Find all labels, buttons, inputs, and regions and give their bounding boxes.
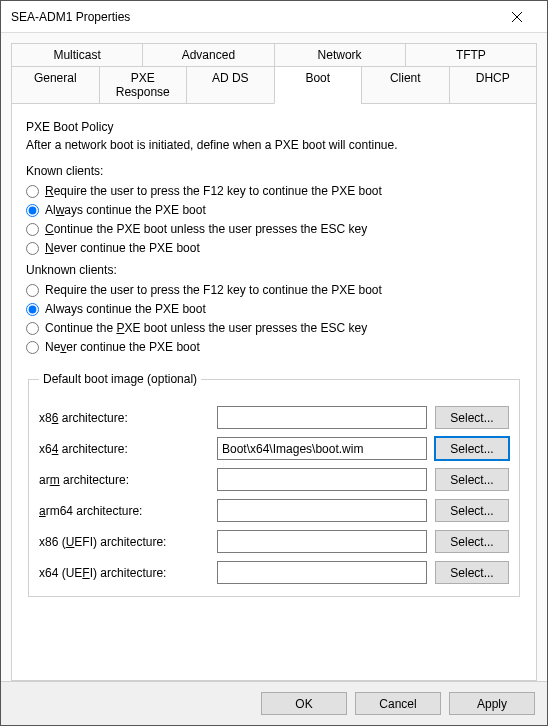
boot-image-select-button[interactable]: Select... [435, 530, 509, 553]
known-esc-radio[interactable] [26, 223, 39, 236]
boot-image-label: arm architecture: [39, 473, 209, 487]
tab-ad-ds[interactable]: AD DS [186, 66, 274, 104]
tab-general[interactable]: General [11, 66, 99, 104]
known-never-radio[interactable] [26, 242, 39, 255]
tab-pxe-response[interactable]: PXE Response [99, 66, 187, 104]
tab-dhcp[interactable]: DHCP [449, 66, 538, 104]
tab-strip: MulticastAdvancedNetworkTFTP GeneralPXE … [11, 43, 537, 103]
unknown-never-row[interactable]: Never continue the PXE boot [26, 340, 522, 354]
tab-multicast[interactable]: Multicast [11, 43, 142, 67]
default-boot-image-group: Default boot image (optional) x86 archit… [28, 372, 520, 597]
boot-image-select-button[interactable]: Select... [435, 437, 509, 460]
boot-image-row: arm architecture:Select... [39, 468, 509, 491]
dialog-button-bar: OK Cancel Apply [1, 681, 547, 725]
boot-image-row: x86 architecture:Select... [39, 406, 509, 429]
window-title: SEA-ADM1 Properties [11, 10, 497, 24]
boot-image-input[interactable] [217, 468, 427, 491]
unknown-always-radio[interactable] [26, 303, 39, 316]
dialog-content: MulticastAdvancedNetworkTFTP GeneralPXE … [1, 33, 547, 681]
boot-image-label: x64 (UEFI) architecture: [39, 566, 209, 580]
known-clients-header: Known clients: [26, 164, 522, 178]
tab-network[interactable]: Network [274, 43, 405, 67]
boot-image-row: arm64 architecture:Select... [39, 499, 509, 522]
titlebar: SEA-ADM1 Properties [1, 1, 547, 33]
tab-row-top: MulticastAdvancedNetworkTFTP [11, 43, 537, 66]
boot-image-label: x86 architecture: [39, 411, 209, 425]
boot-image-select-button[interactable]: Select... [435, 499, 509, 522]
known-never-label[interactable]: Never continue the PXE boot [45, 241, 200, 255]
ok-button[interactable]: OK [261, 692, 347, 715]
boot-image-row: x86 (UEFI) architecture:Select... [39, 530, 509, 553]
unknown-esc-row[interactable]: Continue the PXE boot unless the user pr… [26, 321, 522, 335]
boot-image-input[interactable] [217, 406, 427, 429]
boot-image-label: x86 (UEFI) architecture: [39, 535, 209, 549]
apply-button[interactable]: Apply [449, 692, 535, 715]
boot-image-row: x64 (UEFI) architecture:Select... [39, 561, 509, 584]
known-require-label[interactable]: Require the user to press the F12 key to… [45, 184, 382, 198]
boot-image-input[interactable] [217, 499, 427, 522]
unknown-esc-label[interactable]: Continue the PXE boot unless the user pr… [45, 321, 367, 335]
default-boot-image-legend: Default boot image (optional) [39, 372, 201, 386]
boot-image-input[interactable] [217, 561, 427, 584]
boot-image-input[interactable] [217, 437, 427, 460]
known-esc-label[interactable]: Continue the PXE boot unless the user pr… [45, 222, 367, 236]
tab-boot[interactable]: Boot [274, 66, 362, 104]
boot-image-select-button[interactable]: Select... [435, 468, 509, 491]
tab-body-boot: PXE Boot Policy After a network boot is … [11, 103, 537, 681]
pxe-policy-title: PXE Boot Policy [26, 120, 522, 134]
known-always-radio[interactable] [26, 204, 39, 217]
boot-image-input[interactable] [217, 530, 427, 553]
known-require-row[interactable]: Require the user to press the F12 key to… [26, 184, 522, 198]
known-always-label[interactable]: Always continue the PXE boot [45, 203, 206, 217]
boot-image-row: x64 architecture:Select... [39, 437, 509, 460]
unknown-require-row[interactable]: Require the user to press the F12 key to… [26, 283, 522, 297]
close-button[interactable] [497, 2, 537, 32]
unknown-require-label[interactable]: Require the user to press the F12 key to… [45, 283, 382, 297]
boot-image-label: arm64 architecture: [39, 504, 209, 518]
tab-row-bottom: GeneralPXE ResponseAD DSBootClientDHCP [11, 66, 537, 103]
known-always-row[interactable]: Always continue the PXE boot [26, 203, 522, 217]
pxe-policy-desc: After a network boot is initiated, defin… [26, 138, 522, 152]
properties-dialog: SEA-ADM1 Properties MulticastAdvancedNet… [0, 0, 548, 726]
known-never-row[interactable]: Never continue the PXE boot [26, 241, 522, 255]
cancel-button[interactable]: Cancel [355, 692, 441, 715]
boot-image-select-button[interactable]: Select... [435, 561, 509, 584]
tab-client[interactable]: Client [361, 66, 449, 104]
boot-image-select-button[interactable]: Select... [435, 406, 509, 429]
unknown-never-radio[interactable] [26, 341, 39, 354]
unknown-require-radio[interactable] [26, 284, 39, 297]
unknown-always-label[interactable]: Always continue the PXE boot [45, 302, 206, 316]
unknown-always-row[interactable]: Always continue the PXE boot [26, 302, 522, 316]
unknown-never-label[interactable]: Never continue the PXE boot [45, 340, 200, 354]
tab-tftp[interactable]: TFTP [405, 43, 537, 67]
unknown-esc-radio[interactable] [26, 322, 39, 335]
boot-image-label: x64 architecture: [39, 442, 209, 456]
known-esc-row[interactable]: Continue the PXE boot unless the user pr… [26, 222, 522, 236]
known-require-radio[interactable] [26, 185, 39, 198]
unknown-clients-header: Unknown clients: [26, 263, 522, 277]
tab-advanced[interactable]: Advanced [142, 43, 273, 67]
close-icon [512, 12, 522, 22]
